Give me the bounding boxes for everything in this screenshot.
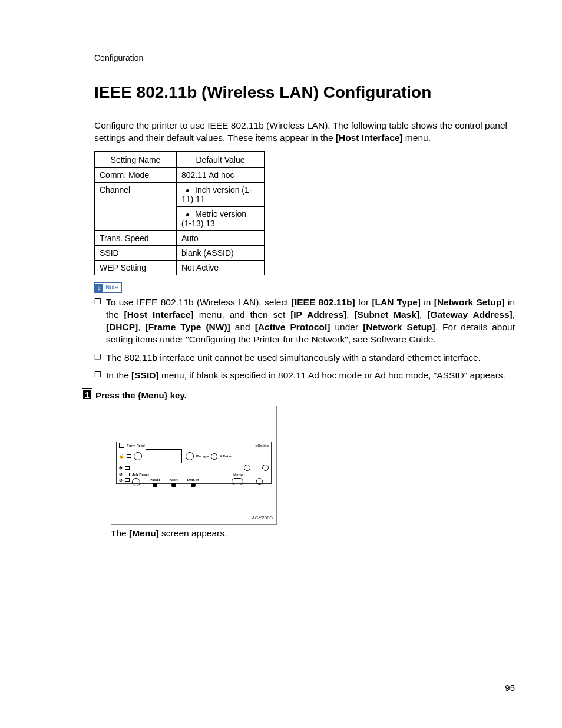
table-row: Comm. Mode 802.11 Ad hoc (95, 167, 265, 182)
job-reset-button (132, 478, 140, 486)
form-feed-button (134, 452, 142, 460)
lcd-screen (146, 449, 182, 463)
online-button (186, 452, 194, 460)
td-value: blank (ASSID) (177, 245, 265, 260)
figure-code: AGY200S (252, 515, 273, 521)
note-badge: ↓ Note (94, 282, 122, 293)
printer-panel-figure: Form Feed ▸Online 🔒 Escape # Enter ⊕ (111, 406, 277, 525)
label-enter: # Enter (220, 454, 232, 458)
note-item: In the [SSID] menu, if blank is specifie… (94, 370, 515, 382)
td-value: Not Active (177, 260, 265, 275)
td-name: SSID (95, 245, 177, 260)
label-power: Power (150, 478, 160, 482)
td-value: 802.11 Ad hoc (177, 167, 265, 182)
settings-table: Setting Name Default Value Comm. Mode 80… (94, 151, 265, 275)
table-row: Channel Inch version (1-11) 11 (95, 182, 265, 206)
td-name: Channel (95, 182, 177, 230)
table-row: WEP Setting Not Active (95, 260, 265, 275)
bullet-icon (186, 213, 189, 216)
td-name: Trans. Speed (95, 230, 177, 245)
header-rule (47, 65, 515, 65)
note-item: To use IEEE 802.11b (Wireless LAN), sele… (94, 297, 515, 346)
bullet-icon (186, 189, 189, 192)
note-label: Note (105, 284, 118, 291)
bullet-text: Inch version (1-11) 11 (181, 185, 252, 204)
label-alert: Alert (170, 478, 178, 482)
label-online: ▸Online (256, 443, 269, 447)
note-arrow-icon: ↓ (95, 284, 103, 292)
td-value-bullet: Metric version (1-13) 13 (177, 206, 265, 230)
after-figure-text: The [Menu] screen appears. (111, 528, 515, 539)
up-button (211, 453, 217, 460)
intro-paragraph: Configure the printer to use IEEE 802.11… (94, 120, 515, 144)
step-1: 1 Press the {Menu} key. (82, 389, 515, 401)
table-header-row: Setting Name Default Value (95, 151, 265, 167)
step-number-icon: 1 (82, 389, 93, 401)
intro-bold: [Host Interface] (336, 133, 403, 143)
page-title: IEEE 802.11b (Wireless LAN) Configuratio… (94, 83, 515, 102)
footer-rule (47, 670, 515, 670)
af-post: screen appears. (159, 528, 227, 538)
label-form-feed: Form Feed (127, 444, 145, 447)
step-pre: Press the (95, 390, 138, 400)
label-data-in: Data In (187, 478, 199, 482)
td-value-bullet: Inch version (1-11) 11 (177, 182, 265, 206)
escape-button (244, 465, 250, 471)
label-menu: Menu (233, 473, 243, 476)
enter-button (262, 465, 269, 471)
page-number: 95 (505, 683, 515, 693)
td-name: Comm. Mode (95, 167, 177, 182)
panel-body: Form Feed ▸Online 🔒 Escape # Enter ⊕ (116, 442, 272, 484)
header-section-label: Configuration (94, 53, 515, 62)
af-pre: The (111, 528, 129, 538)
th-default-value: Default Value (177, 151, 265, 167)
label-escape: Escape (196, 454, 209, 458)
td-name: WEP Setting (95, 260, 177, 275)
note-item: The 802.11b interface unit cannot be use… (94, 352, 515, 364)
th-setting-name: Setting Name (95, 151, 177, 167)
step-number: 1 (82, 389, 92, 400)
note-list: To use IEEE 802.11b (Wireless LAN), sele… (94, 297, 515, 383)
step-text: Press the {Menu} key. (95, 390, 187, 400)
step-post: key. (168, 390, 187, 400)
table-row: Trans. Speed Auto (95, 230, 265, 245)
step-key: {Menu} (138, 390, 168, 400)
td-value: Auto (177, 230, 265, 245)
label-job-reset: Job Reset (132, 473, 149, 476)
down-button (256, 478, 263, 485)
intro-pre: Configure the printer to use IEEE 802.11… (94, 120, 507, 143)
menu-button (232, 478, 243, 485)
bullet-text: Metric version (1-13) 13 (181, 209, 246, 228)
intro-post: menu. (403, 133, 431, 143)
table-row: SSID blank (ASSID) (95, 245, 265, 260)
af-bold: [Menu] (129, 528, 159, 538)
